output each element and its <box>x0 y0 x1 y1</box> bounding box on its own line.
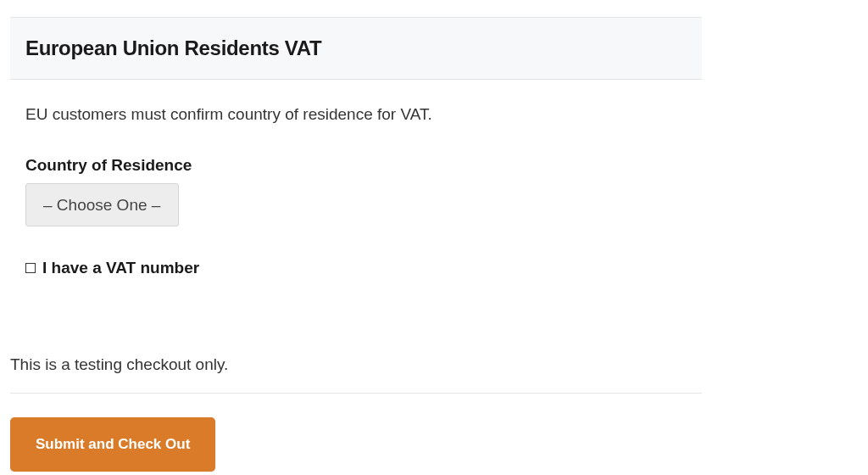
vat-checkbox-row: I have a VAT number <box>25 259 687 277</box>
vat-description: EU customers must confirm country of res… <box>25 105 687 124</box>
vat-section-body: EU customers must confirm country of res… <box>10 80 702 303</box>
vat-section-header: European Union Residents VAT <box>10 17 702 80</box>
country-select-wrapper: – Choose One – <box>25 183 179 226</box>
submit-checkout-button[interactable]: Submit and Check Out <box>10 417 215 472</box>
country-label: Country of Residence <box>25 156 687 175</box>
country-select[interactable]: – Choose One – <box>25 183 179 226</box>
vat-checkbox-label[interactable]: I have a VAT number <box>42 259 199 277</box>
testing-notice: This is a testing checkout only. <box>10 337 702 394</box>
vat-checkbox[interactable] <box>25 263 36 273</box>
section-title: European Union Residents VAT <box>25 36 687 60</box>
submit-row: Submit and Check Out <box>10 394 702 472</box>
